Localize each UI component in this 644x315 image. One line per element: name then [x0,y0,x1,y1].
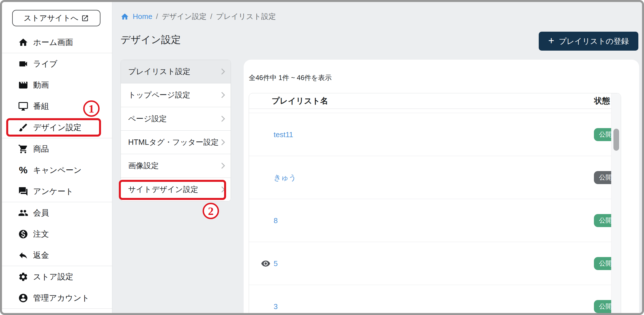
table-row: 5公開中 [249,242,621,285]
table-row: 8公開中 [249,199,621,242]
chevron-right-icon [219,161,227,170]
sidebar-item-label: キャンペーン [33,165,81,176]
percent-icon: % [18,165,28,176]
result-count: 全46件中 1件 ~ 46件を表示 [249,73,332,82]
videocam-icon [18,59,28,69]
sidebar: ストアサイトへ ホーム画面ライブ動画番組デザイン設定商品%キャンペーンアンケート… [2,2,112,313]
table-header-row: プレイリスト名 状態 [249,93,621,109]
plus-icon: + [548,35,554,47]
store-site-button-label: ストアサイトへ [24,13,78,23]
column-header-status: 状態 [594,96,610,106]
playlist-panel: 全46件中 1件 ~ 46件を表示 プレイリスト名 状態 test11公開中きゅ… [244,60,639,315]
sidebar-item-label: 注文 [33,229,49,240]
sidebar-item-label: 番組 [33,101,49,112]
subnav-item-label: プレイリスト設定 [128,66,190,77]
sidebar-item-label: ホーム画面 [33,37,73,48]
content-area: Home / デザイン設定 / プレイリスト設定 デザイン設定 + プレイリスト… [113,2,642,313]
table-row: きゅう公開終了 [249,156,621,199]
sidebar-nav: ホーム画面ライブ動画番組デザイン設定商品%キャンペーンアンケート会員注文返金スト… [2,32,112,309]
playlist-table: プレイリスト名 状態 test11公開中きゅう公開終了8公開中5公開中3公開中 [249,93,621,315]
chevron-right-icon [219,91,227,99]
subnav-item-label: トップページ設定 [128,90,190,100]
sidebar-item-label: デザイン設定 [33,122,81,133]
playlist-link[interactable]: 3 [274,302,278,311]
sidebar-item-campaign[interactable]: %キャンペーン [2,159,112,181]
subnav-item-site-design-settings[interactable]: サイトデザイン設定 [121,178,231,201]
annotation-step-2: 2 [203,203,219,219]
subnav-item-label: ページ設定 [128,114,167,124]
breadcrumb-separator: / [210,12,212,21]
sidebar-item-label: 会員 [33,208,49,218]
sidebar-item-label: 管理アカウント [33,293,89,303]
movie-icon [18,80,28,90]
playlist-link[interactable]: test11 [274,130,293,139]
subnav-item-label: 画像設定 [128,161,159,171]
store-site-button[interactable]: ストアサイトへ [12,10,100,26]
sidebar-item-label: アンケート [33,186,74,197]
subnav-item-html-tag-footer-settings[interactable]: HTMLタグ・フッター設定 [121,131,231,154]
subnav-item-label: HTMLタグ・フッター設定 [128,137,219,147]
subnav-item-playlist-settings[interactable]: プレイリスト設定 [121,60,231,83]
scrollbar-thumb[interactable] [613,129,619,151]
dollar-icon [18,229,28,239]
home-icon [18,37,28,48]
forum-icon [18,186,28,197]
external-link-icon [81,14,89,22]
home-icon [121,12,129,21]
annotation-step-1: 1 [83,100,100,117]
sidebar-item-store-settings[interactable]: ストア設定 [2,266,112,287]
sidebar-item-label: 返金 [33,250,49,261]
cart-icon [18,144,28,154]
sidebar-item-live[interactable]: ライブ [2,53,112,74]
divider [2,308,112,309]
brush-icon [18,122,28,133]
annotation-step-1-label: 1 [89,102,94,115]
eye-icon [261,259,271,268]
breadcrumb: Home / デザイン設定 / プレイリスト設定 [121,12,276,21]
playlist-link[interactable]: 8 [274,216,278,225]
table-spacer-row [249,109,621,113]
register-playlist-button-label: プレイリストの登録 [559,36,629,46]
sidebar-item-home[interactable]: ホーム画面 [2,32,112,53]
desktop-icon [18,101,28,111]
chevron-right-icon [219,115,227,123]
chevron-right-icon [219,67,227,76]
table-row: 3公開中 [249,285,621,315]
sidebar-item-products[interactable]: 商品 [2,138,112,159]
subnav-item-page-settings[interactable]: ページ設定 [121,107,231,131]
playlist-link[interactable]: きゅう [274,172,296,182]
people-icon [18,208,28,218]
breadcrumb-separator: / [156,12,158,21]
sidebar-item-design-settings[interactable]: デザイン設定 [2,117,112,138]
gear-icon [18,272,28,282]
sidebar-item-admin-account[interactable]: 管理アカウント [2,287,112,308]
chevron-right-icon [219,185,227,194]
account-icon [18,293,28,303]
register-playlist-button[interactable]: + プレイリストの登録 [539,32,638,51]
page-title: デザイン設定 [121,33,181,46]
sidebar-item-label: 商品 [33,144,49,154]
sidebar-item-orders[interactable]: 注文 [2,223,112,245]
scrollbar-track[interactable] [611,93,621,315]
subnav-item-top-page-settings[interactable]: トップページ設定 [121,83,231,107]
sidebar-item-label: ライブ [33,59,57,69]
subnav-item-label: サイトデザイン設定 [128,184,198,195]
app-window: ストアサイトへ ホーム画面ライブ動画番組デザイン設定商品%キャンペーンアンケート… [0,0,644,315]
subnav-item-image-settings[interactable]: 画像設定 [121,154,231,178]
breadcrumb-design-settings[interactable]: デザイン設定 [162,12,207,21]
sidebar-item-members[interactable]: 会員 [2,202,112,223]
playlist-link[interactable]: 5 [274,259,278,268]
design-settings-subnav: プレイリスト設定トップページ設定ページ設定HTMLタグ・フッター設定画像設定サイ… [121,60,231,201]
reply-icon [18,250,28,260]
table-body: test11公開中きゅう公開終了8公開中5公開中3公開中 [249,113,621,315]
annotation-step-2-label: 2 [208,204,214,218]
breadcrumb-home-link[interactable]: Home [133,12,152,21]
column-header-playlist-name: プレイリスト名 [272,96,328,106]
breadcrumb-playlist-settings: プレイリスト設定 [216,12,276,21]
sidebar-item-refunds[interactable]: 返金 [2,245,112,266]
sidebar-item-label: 動画 [33,80,49,90]
sidebar-item-video[interactable]: 動画 [2,74,112,96]
sidebar-item-survey[interactable]: アンケート [2,181,112,202]
table-row: test11公開中 [249,113,621,156]
chevron-right-icon [219,138,227,146]
